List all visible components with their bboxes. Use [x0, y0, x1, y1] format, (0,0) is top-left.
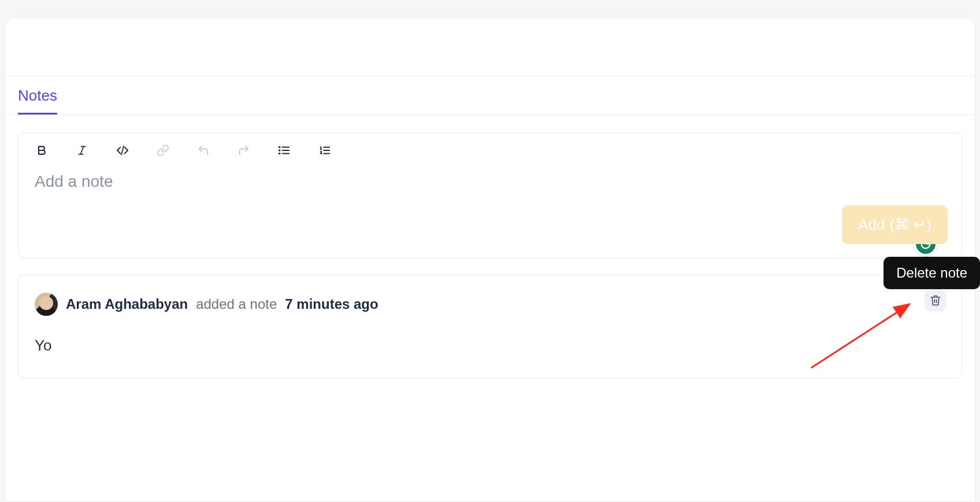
numbered-list-icon[interactable]: [318, 143, 332, 157]
note-body: Yo: [35, 337, 945, 355]
tab-notes[interactable]: Notes: [18, 87, 57, 115]
note-author: Aram Aghababyan: [66, 296, 188, 312]
editor-placeholder: Add a note: [35, 172, 945, 191]
svg-point-8: [279, 150, 280, 151]
add-note-button[interactable]: Add (⌘ ↵): [842, 205, 948, 244]
delete-button-wrap: Delete note: [925, 289, 946, 311]
add-button-shortcut: (⌘ ↵): [889, 216, 931, 234]
italic-icon[interactable]: [75, 143, 89, 157]
top-gap: [0, 0, 980, 17]
content-area: Add a note Add (⌘ ↵) Aram Aghababyan add…: [5, 115, 975, 378]
svg-line-3: [121, 146, 124, 155]
note-editor-body[interactable]: Add a note: [18, 165, 962, 258]
svg-point-9: [279, 153, 280, 154]
main-panel: Notes: [5, 17, 975, 502]
trash-icon: [930, 294, 941, 306]
svg-point-7: [279, 147, 280, 148]
page-root: Notes: [0, 0, 980, 502]
svg-line-2: [81, 146, 84, 154]
delete-tooltip: Delete note: [884, 257, 980, 289]
add-button-label: Add: [858, 216, 885, 234]
bullet-list-icon[interactable]: [277, 143, 291, 157]
redo-icon[interactable]: [237, 143, 251, 157]
avatar: [35, 293, 58, 316]
bold-icon[interactable]: [35, 143, 49, 157]
undo-icon[interactable]: [196, 143, 210, 157]
editor-toolbar: [18, 133, 962, 165]
note-editor-card: Add a note Add (⌘ ↵): [18, 132, 962, 259]
tabs-row: Notes: [5, 76, 975, 115]
delete-note-button[interactable]: [925, 289, 946, 311]
header-spacer: [5, 18, 975, 76]
code-icon[interactable]: [116, 143, 129, 157]
link-icon[interactable]: [156, 143, 170, 157]
note-timestamp: 7 minutes ago: [285, 296, 378, 312]
note-card: Aram Aghababyan added a note 7 minutes a…: [18, 275, 962, 378]
note-action-text: added a note: [196, 296, 277, 312]
note-meta: Aram Aghababyan added a note 7 minutes a…: [35, 293, 945, 316]
